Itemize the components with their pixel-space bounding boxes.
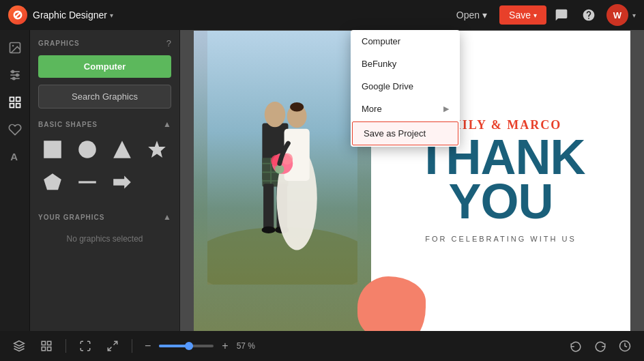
zoom-label: 57 % <box>237 341 261 351</box>
svg-point-37 <box>290 102 304 111</box>
history-button[interactable] <box>614 335 636 357</box>
toolbar-separator-1 <box>65 339 66 353</box>
svg-rect-8 <box>10 98 14 102</box>
sidebar: GRAPHICS ? Computer Search Graphics BASI… <box>30 30 180 331</box>
shape-line[interactable] <box>73 169 102 196</box>
bottom-toolbar: − + 57 % <box>0 331 644 361</box>
navbar: Graphic Designer ▾ Open ▾ Save ▾ W ▾ <box>0 0 644 30</box>
zoom-thumb[interactable] <box>185 342 193 350</box>
graphics-section-header: GRAPHICS ? <box>38 38 171 48</box>
dropdown-google-drive[interactable]: Google Drive <box>351 75 460 98</box>
main-area: A GRAPHICS ? Computer Search Graphics BA… <box>0 30 644 331</box>
svg-rect-11 <box>16 104 20 108</box>
redo-button[interactable] <box>589 335 611 357</box>
svg-marker-16 <box>148 141 166 158</box>
svg-point-21 <box>207 227 357 285</box>
svg-rect-45 <box>42 347 45 351</box>
zoom-out-button[interactable]: − <box>141 338 155 353</box>
icon-bar: A <box>0 30 30 331</box>
svg-marker-17 <box>44 173 62 190</box>
svg-point-14 <box>78 141 96 158</box>
svg-rect-9 <box>16 98 20 102</box>
shape-triangle[interactable] <box>108 136 137 163</box>
upload-computer-button[interactable]: Computer <box>38 55 171 78</box>
basic-shapes-section: BASIC SHAPES ▲ <box>38 119 171 204</box>
shape-arrow[interactable] <box>108 169 137 196</box>
bottom-right-actions <box>565 335 636 357</box>
help-icon[interactable]: ? <box>166 38 171 48</box>
no-graphics-label: No graphics selected <box>38 229 171 249</box>
navbar-actions: Open ▾ Save ▾ W ▾ <box>447 3 636 27</box>
toolbar-separator-2 <box>132 339 132 353</box>
dropdown-befunky[interactable]: BeFunky <box>351 53 460 75</box>
canvas-you: YOU <box>448 179 553 224</box>
dropdown-save-as-project[interactable]: Save as Project <box>352 121 458 145</box>
help-icon-button[interactable] <box>576 3 601 27</box>
svg-point-7 <box>12 77 14 79</box>
app-logo <box>8 5 27 25</box>
svg-rect-43 <box>42 341 45 345</box>
icon-bar-image[interactable] <box>3 35 27 60</box>
avatar[interactable]: W <box>606 4 628 26</box>
save-button[interactable]: Save ▾ <box>499 5 546 25</box>
svg-point-32 <box>262 226 276 233</box>
svg-marker-15 <box>113 141 131 158</box>
svg-text:A: A <box>10 151 18 162</box>
shapes-grid <box>38 136 171 196</box>
shape-circle[interactable] <box>73 136 102 163</box>
your-graphics-section: YOUR GRAPHICS ▲ No graphics selected <box>38 212 171 249</box>
icon-bar-graphics[interactable] <box>3 90 27 115</box>
svg-rect-13 <box>44 141 62 158</box>
brand-chevron: ▾ <box>110 12 113 19</box>
svg-point-1 <box>12 45 13 47</box>
svg-rect-44 <box>48 341 51 345</box>
decorative-blob <box>357 276 426 331</box>
your-graphics-header[interactable]: YOUR GRAPHICS ▲ <box>38 212 171 222</box>
canvas-sub: FOR CELEBRATING WITH US <box>425 235 576 243</box>
fit-screen-button[interactable] <box>74 335 96 357</box>
your-graphics-chevron: ▲ <box>163 212 171 222</box>
basic-shapes-title: BASIC SHAPES <box>38 121 98 128</box>
chat-icon-button[interactable] <box>549 3 574 27</box>
layers-button[interactable] <box>8 335 30 357</box>
undo-button[interactable] <box>565 335 587 357</box>
svg-rect-30 <box>263 184 274 230</box>
your-graphics-title: YOUR GRAPHICS <box>38 214 104 221</box>
brand-name[interactable]: Graphic Designer ▾ <box>33 10 113 20</box>
save-dropdown: Computer BeFunky Google Drive More ▶ Sav… <box>351 30 460 147</box>
icon-bar-favorites[interactable] <box>3 117 27 142</box>
svg-point-6 <box>16 74 18 76</box>
shape-pentagon[interactable] <box>38 169 68 196</box>
svg-point-29 <box>265 102 285 127</box>
dropdown-more[interactable]: More ▶ <box>351 98 460 120</box>
graphics-title: GRAPHICS <box>38 40 80 47</box>
svg-rect-46 <box>48 347 51 351</box>
dropdown-computer[interactable]: Computer <box>351 30 460 53</box>
more-arrow: ▶ <box>443 104 449 113</box>
zoom-in-button[interactable]: + <box>218 338 232 353</box>
shape-star[interactable] <box>142 136 171 163</box>
svg-point-5 <box>12 70 14 72</box>
svg-marker-42 <box>14 341 25 347</box>
grid-button[interactable] <box>35 335 57 357</box>
save-chevron: ▾ <box>533 12 537 19</box>
basic-shapes-chevron: ▲ <box>163 119 171 129</box>
icon-bar-text[interactable]: A <box>3 145 27 169</box>
zoom-track[interactable] <box>159 345 214 347</box>
svg-line-47 <box>114 341 117 345</box>
shape-square[interactable] <box>38 136 68 163</box>
search-graphics-button[interactable]: Search Graphics <box>38 85 171 109</box>
open-button[interactable]: Open ▾ <box>447 5 497 25</box>
svg-rect-10 <box>10 104 14 108</box>
svg-marker-19 <box>113 175 131 188</box>
svg-line-48 <box>108 347 111 351</box>
basic-shapes-header[interactable]: BASIC SHAPES ▲ <box>38 119 171 129</box>
crop-button[interactable] <box>102 335 123 357</box>
svg-point-41 <box>275 164 284 174</box>
avatar-chevron[interactable]: ▾ <box>632 12 636 19</box>
open-chevron: ▾ <box>482 10 487 20</box>
canvas-photo <box>194 31 371 331</box>
icon-bar-adjust[interactable] <box>3 63 27 87</box>
zoom-control: − + 57 % <box>141 338 261 353</box>
